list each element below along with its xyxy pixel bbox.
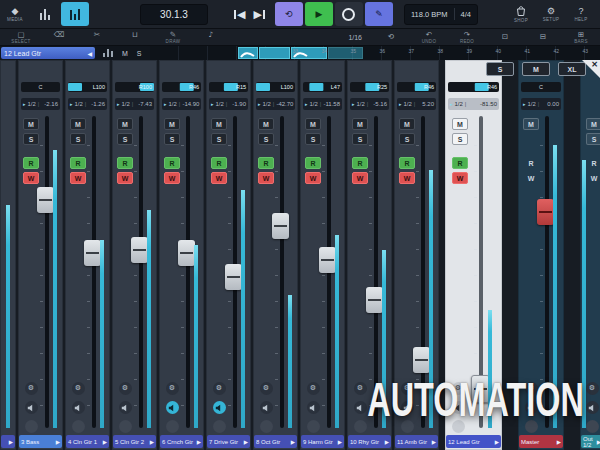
mute-button[interactable]: M xyxy=(399,118,415,130)
output-db-row[interactable]: ▸ 1/2 | -11.58 xyxy=(303,98,342,110)
output-db-row[interactable]: ▸ 1/2 | -81.50 xyxy=(448,98,499,110)
channel-next-icon[interactable]: ▶ xyxy=(291,439,295,445)
channel-next-icon[interactable]: ▶ xyxy=(197,439,201,445)
audio-clip[interactable] xyxy=(259,47,290,59)
channel-name-badge[interactable]: 8 Oct Gtr ▶ xyxy=(254,435,297,448)
audio-clip[interactable] xyxy=(238,47,258,59)
automation-write-button[interactable]: W xyxy=(117,172,133,184)
channel-name-badge[interactable]: 12 Lead Gtr ▶ xyxy=(446,435,501,448)
record-arm-button[interactable] xyxy=(260,420,273,433)
channel-next-icon[interactable]: ▶ xyxy=(557,439,561,445)
channel-strip[interactable]: L47 ▸ 1/2 | -11.58 M S R W ⚙ 9 Harm Gtr … xyxy=(300,60,345,450)
record-arm-button[interactable] xyxy=(72,420,85,433)
automation-write-button[interactable]: W xyxy=(399,172,415,184)
record-arm-button[interactable] xyxy=(586,420,599,433)
automation-write-button[interactable]: W xyxy=(523,172,539,184)
channel-name-badge[interactable]: ▶ xyxy=(1,435,15,448)
channel-strip[interactable]: ▸ | M S R W ⚙ ▶ xyxy=(0,60,16,450)
automation-write-button[interactable]: W xyxy=(452,172,468,184)
pan-control[interactable]: L47 xyxy=(303,82,342,92)
automation-read-button[interactable]: R xyxy=(586,157,600,169)
channel-settings-button[interactable]: ⚙ xyxy=(307,382,320,395)
mute-button[interactable]: M xyxy=(586,118,600,130)
channel-name-badge[interactable]: 6 Crnch Gtr ▶ xyxy=(160,435,203,448)
monitor-button[interactable] xyxy=(25,401,38,414)
fader-handle[interactable] xyxy=(413,347,430,373)
pan-control[interactable]: C xyxy=(521,82,561,92)
pan-control[interactable]: R46 xyxy=(162,82,201,92)
mute-button[interactable]: M xyxy=(23,118,39,130)
channel-settings-button[interactable]: ⚙ xyxy=(25,382,38,395)
mute-button[interactable]: M xyxy=(523,118,539,130)
mute-button[interactable]: M xyxy=(305,118,321,130)
output-db-row[interactable]: ▸ 1/2 | -7.43 xyxy=(115,98,154,110)
fader-handle[interactable] xyxy=(319,247,336,273)
record-arm-button[interactable] xyxy=(166,420,179,433)
output-db-row[interactable]: ▸ 1/2 | 0.00 xyxy=(521,98,561,110)
automation-write-button[interactable]: W xyxy=(211,172,227,184)
channel-settings-button[interactable]: ⚙ xyxy=(354,382,367,395)
channel-settings-button[interactable]: ⚙ xyxy=(213,382,226,395)
solo-button[interactable]: S xyxy=(452,133,468,145)
mini-timeline[interactable]: 3334353637383940414243 xyxy=(150,46,600,60)
automation-read-button[interactable]: R xyxy=(211,157,227,169)
media-button[interactable]: ◆ MEDIA xyxy=(1,2,29,26)
channel-next-icon[interactable]: ▶ xyxy=(150,439,154,445)
solo-button[interactable]: S xyxy=(352,133,368,145)
channel-settings-button[interactable]: ⚙ xyxy=(586,382,599,395)
channel-next-icon[interactable]: ▶ xyxy=(244,439,248,445)
selected-track-badge[interactable]: 12 Lead Gtr ◀ xyxy=(1,47,95,59)
automation-draw-button[interactable]: ✎ xyxy=(365,2,393,26)
channel-strip[interactable]: R15 ▸ 1/2 | -1.90 M S R W ⚙ 7 Drive Gtr … xyxy=(206,60,251,450)
solo-button[interactable]: S xyxy=(70,133,86,145)
monitor-button[interactable] xyxy=(213,401,226,414)
automation-write-button[interactable]: W xyxy=(586,172,600,184)
select-tool[interactable]: ▢SELECT xyxy=(8,31,34,44)
undo-button[interactable]: ↶UNDO xyxy=(416,31,442,44)
solo-button[interactable]: S xyxy=(211,133,227,145)
track-mute-button[interactable]: M xyxy=(122,50,128,57)
channel-settings-button[interactable]: ⚙ xyxy=(119,382,132,395)
output-db-row[interactable]: ▸ 1/2 | -1.26 xyxy=(68,98,107,110)
fader-handle[interactable] xyxy=(272,213,289,239)
automation-write-button[interactable]: W xyxy=(23,172,39,184)
copy-button[interactable]: ⊡ xyxy=(492,33,518,41)
automation-read-button[interactable]: R xyxy=(305,157,321,169)
channel-next-icon[interactable]: ▶ xyxy=(56,439,60,445)
channel-strip[interactable]: L100 ▸ 1/2 | -1.26 M S R W ⚙ 4 Cln Gtr 1… xyxy=(65,60,110,450)
monitor-button[interactable] xyxy=(72,401,85,414)
close-icon[interactable]: ✕ xyxy=(591,60,598,69)
monitor-button[interactable] xyxy=(166,401,179,414)
channel-name-badge[interactable]: 4 Cln Gtr 1 ▶ xyxy=(66,435,109,448)
mute-button[interactable]: M xyxy=(352,118,368,130)
arrange-view-button[interactable] xyxy=(31,2,59,26)
glue-tool[interactable]: ⊔ xyxy=(122,31,148,44)
mute-button[interactable]: M xyxy=(452,118,468,130)
automation-write-button[interactable]: W xyxy=(305,172,321,184)
channel-name-badge[interactable]: 3 Bass ▶ xyxy=(19,435,62,448)
fader-handle[interactable] xyxy=(537,199,554,225)
pan-control[interactable]: R46 xyxy=(448,82,499,92)
mixer-view-button[interactable] xyxy=(61,2,89,26)
record-arm-button[interactable] xyxy=(213,420,226,433)
channel-strip[interactable]: C ▸ 1/2 | -2.16 M S R W ⚙ 3 Bass ▶ xyxy=(18,60,63,450)
automation-write-button[interactable]: W xyxy=(352,172,368,184)
automation-read-button[interactable]: R xyxy=(117,157,133,169)
channel-settings-button[interactable]: ⚙ xyxy=(72,382,85,395)
channel-name-badge[interactable]: 5 Cln Gtr 2 ▶ xyxy=(113,435,156,448)
fader-handle[interactable] xyxy=(84,240,101,266)
mixer-size-m-button[interactable]: M xyxy=(522,62,550,76)
solo-button[interactable]: S xyxy=(258,133,274,145)
record-button[interactable] xyxy=(335,2,363,26)
monitor-button[interactable] xyxy=(354,401,367,414)
go-to-end-button[interactable]: ▶ xyxy=(253,8,264,21)
channel-next-icon[interactable]: ▶ xyxy=(495,439,499,445)
audio-clip[interactable] xyxy=(328,47,363,59)
pan-control[interactable]: R46 xyxy=(397,82,436,92)
solo-button[interactable]: S xyxy=(399,133,415,145)
go-to-start-button[interactable]: ◀ xyxy=(234,8,245,21)
automation-read-button[interactable]: R xyxy=(523,157,539,169)
channel-name-badge[interactable]: 9 Harm Gtr ▶ xyxy=(301,435,344,448)
monitor-button[interactable] xyxy=(586,401,599,414)
channel-strip[interactable]: R46 ▸ 1/2 | -14.90 M S R W ⚙ 6 Crnch Gtr… xyxy=(159,60,204,450)
